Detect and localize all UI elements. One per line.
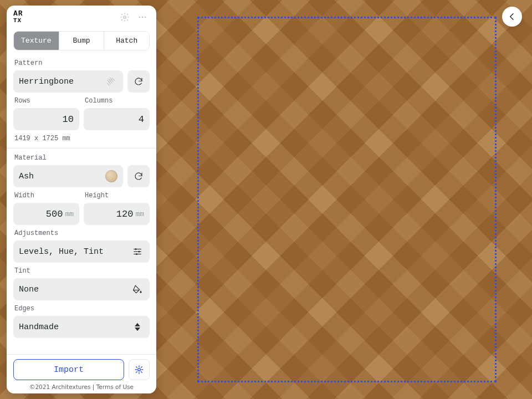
material-label: Material [14, 154, 149, 162]
tab-bump[interactable]: Bump [59, 32, 104, 50]
columns-label: Columns [85, 97, 149, 105]
rows-input[interactable]: 10 [13, 108, 79, 130]
adjustments-label: Adjustments [14, 229, 149, 237]
tab-hatch[interactable]: Hatch [104, 32, 149, 50]
svg-point-2 [142, 17, 143, 18]
panel-footer: Import ©2021 Architextures | Terms of Us… [7, 354, 156, 393]
import-settings-button[interactable] [129, 359, 150, 380]
import-label: Import [54, 365, 84, 375]
width-label: Width [14, 192, 78, 200]
height-input[interactable]: 120 mm [84, 203, 150, 225]
width-value: 500 [46, 209, 63, 219]
tab-bump-label: Bump [73, 37, 90, 45]
svg-point-8 [139, 251, 140, 253]
svg-point-3 [145, 17, 146, 18]
settings-header-button[interactable] [117, 10, 132, 24]
sliders-icon [131, 245, 144, 258]
refresh-icon [134, 76, 144, 86]
app-logo[interactable]: AR TX [13, 11, 23, 24]
svg-point-9 [136, 253, 137, 255]
tint-value: None [19, 285, 39, 294]
height-label: Height [85, 192, 149, 200]
header-actions [117, 10, 150, 24]
svg-point-0 [124, 16, 126, 19]
gear-icon [134, 365, 144, 375]
tab-texture-label: Texture [21, 37, 52, 45]
logo-line-2: TX [13, 17, 23, 24]
back-button[interactable] [502, 7, 522, 27]
tint-select[interactable]: None [13, 278, 150, 300]
svg-point-7 [135, 248, 137, 250]
dimensions-readout: 1419 x 1725 mm [14, 135, 149, 142]
properties-panel: AR TX Texture Bump Hatch Pattern Herring… [7, 6, 156, 393]
height-unit: mm [135, 210, 144, 218]
gear-icon [120, 12, 130, 22]
columns-value: 4 [139, 114, 144, 125]
width-unit: mm [65, 210, 74, 218]
svg-point-10 [138, 369, 141, 371]
svg-point-1 [139, 17, 140, 18]
up-down-icon [131, 320, 144, 334]
panel-body: Pattern Herringbone Rows 10 Columns [7, 55, 156, 354]
material-randomize-button[interactable] [127, 165, 150, 187]
columns-input[interactable]: 4 [84, 108, 150, 130]
pattern-randomize-button[interactable] [127, 70, 150, 93]
rows-label: Rows [14, 97, 78, 105]
material-value: Ash [19, 172, 34, 181]
pattern-label: Pattern [14, 59, 149, 67]
tab-hatch-label: Hatch [116, 37, 137, 45]
divider [7, 148, 156, 149]
edges-select[interactable]: Handmade [13, 316, 150, 338]
material-select[interactable]: Ash [13, 165, 123, 187]
paint-bucket-icon [131, 283, 144, 296]
tab-texture[interactable]: Texture [14, 32, 59, 50]
import-button[interactable]: Import [13, 359, 124, 380]
more-button[interactable] [135, 10, 150, 24]
herringbone-icon [104, 75, 117, 88]
width-input[interactable]: 500 mm [13, 203, 79, 225]
more-horizontal-icon [137, 12, 147, 22]
tint-label: Tint [14, 267, 149, 275]
rows-value: 10 [63, 114, 74, 125]
logo-line-1: AR [13, 9, 23, 18]
edges-value: Handmade [19, 323, 59, 332]
height-value: 120 [116, 209, 134, 219]
panel-header: AR TX [7, 6, 156, 28]
material-swatch-icon [105, 170, 117, 182]
adjustments-value: Levels, Hue, Tint [19, 247, 104, 257]
pattern-value: Herringbone [19, 77, 74, 86]
refresh-icon [134, 171, 144, 181]
legal-text[interactable]: ©2021 Architextures | Terms of Use [13, 383, 150, 390]
pattern-select[interactable]: Herringbone [13, 70, 123, 93]
selection-marquee[interactable] [197, 17, 497, 382]
adjustments-select[interactable]: Levels, Hue, Tint [13, 241, 150, 263]
edges-label: Edges [14, 305, 149, 313]
mode-tabs: Texture Bump Hatch [13, 31, 150, 50]
arrow-left-icon [508, 12, 516, 21]
